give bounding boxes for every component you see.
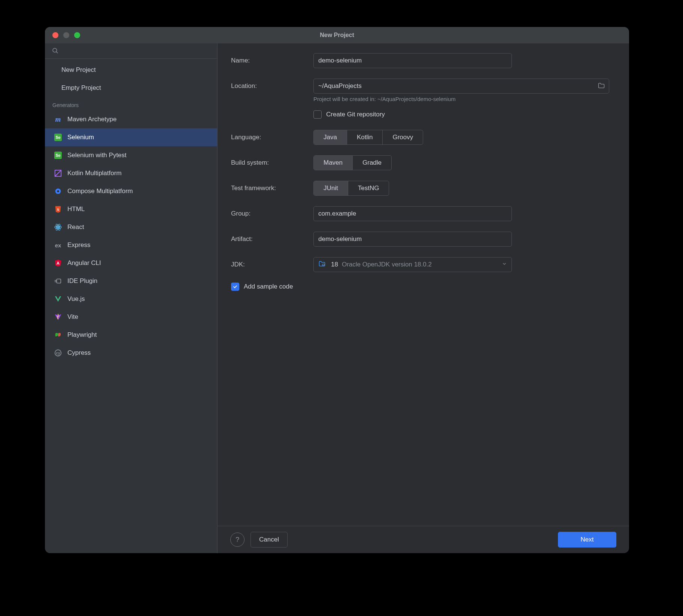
sidebar-item-angular-cli[interactable]: AAngular CLI bbox=[45, 254, 217, 272]
group-input[interactable] bbox=[313, 206, 512, 221]
group-label: Group: bbox=[231, 210, 313, 217]
content-panel: Name: Location: bbox=[218, 43, 629, 553]
sidebar-item-react[interactable]: React bbox=[45, 218, 217, 236]
kotlin-mp-icon bbox=[54, 169, 62, 177]
react-icon bbox=[54, 223, 62, 231]
browse-folder-button[interactable] bbox=[597, 82, 606, 91]
language-label: Language: bbox=[231, 134, 313, 141]
selenium-icon: Se bbox=[54, 133, 62, 141]
window-title: New Project bbox=[45, 32, 629, 39]
option-label: Maven bbox=[324, 159, 343, 167]
sidebar-item-label: Cypress bbox=[67, 349, 91, 357]
chevron-down-icon bbox=[502, 261, 507, 268]
cypress-icon: cy bbox=[54, 349, 62, 357]
build-option-maven[interactable]: Maven bbox=[314, 156, 353, 170]
help-button[interactable]: ? bbox=[230, 533, 245, 547]
build-option-gradle[interactable]: Gradle bbox=[353, 156, 391, 170]
sidebar-item-label: Empty Project bbox=[61, 84, 101, 92]
sidebar-search[interactable] bbox=[45, 43, 217, 59]
sidebar-item-selenium[interactable]: SeSelenium bbox=[45, 128, 217, 146]
folder-icon bbox=[597, 82, 605, 91]
test-option-junit[interactable]: JUnit bbox=[314, 181, 348, 195]
sidebar-item-vue-js[interactable]: Vue.js bbox=[45, 290, 217, 308]
sidebar-item-label: Playwright bbox=[67, 331, 97, 339]
language-option-java[interactable]: Java bbox=[314, 130, 347, 144]
sidebar-item-label: Compose Multiplatform bbox=[67, 187, 133, 195]
option-label: Java bbox=[324, 134, 337, 141]
location-input[interactable] bbox=[313, 79, 609, 94]
sidebar-item-label: Kotlin Multiplatform bbox=[67, 170, 122, 177]
create-git-checkbox[interactable] bbox=[313, 110, 322, 119]
sidebar-item-html[interactable]: 5HTML bbox=[45, 200, 217, 218]
svg-point-16 bbox=[322, 264, 324, 266]
sample-code-checkbox[interactable] bbox=[231, 283, 239, 291]
sidebar-item-label: React bbox=[67, 223, 84, 231]
svg-point-6 bbox=[57, 226, 59, 228]
language-option-groovy[interactable]: Groovy bbox=[383, 130, 423, 144]
jdk-description: Oracle OpenJDK version 18.0.2 bbox=[342, 261, 432, 268]
sidebar-item-label: HTML bbox=[67, 205, 85, 213]
sidebar-item-cypress[interactable]: cyCypress bbox=[45, 344, 217, 362]
language-option-kotlin[interactable]: Kotlin bbox=[347, 130, 383, 144]
selenium-icon: Se bbox=[54, 151, 62, 159]
sidebar-item-selenium-with-pytest[interactable]: SeSelenium with Pytest bbox=[45, 146, 217, 164]
sidebar-item-new-project[interactable]: New Project bbox=[45, 61, 217, 79]
plugin-icon bbox=[54, 277, 62, 285]
jdk-label: JDK: bbox=[231, 261, 313, 268]
svg-text:A: A bbox=[57, 261, 60, 265]
sidebar-item-label: Selenium bbox=[67, 134, 94, 141]
option-label: Kotlin bbox=[357, 134, 373, 141]
search-icon bbox=[52, 47, 58, 55]
test-option-testng[interactable]: TestNG bbox=[348, 181, 389, 195]
svg-point-4 bbox=[57, 190, 59, 192]
vue-icon bbox=[54, 295, 62, 303]
sidebar: New ProjectEmpty ProjectGeneratorsmMaven… bbox=[45, 43, 218, 553]
html-icon: 5 bbox=[54, 205, 62, 213]
create-git-checkbox-row[interactable]: Create Git repository bbox=[313, 110, 616, 119]
jdk-dropdown[interactable]: 18 Oracle OpenJDK version 18.0.2 bbox=[313, 257, 512, 272]
jdk-version-number: 18 bbox=[331, 261, 338, 268]
option-label: Gradle bbox=[362, 159, 382, 167]
test-label: Test framework: bbox=[231, 185, 313, 192]
sidebar-item-maven-archetype[interactable]: mMaven Archetype bbox=[45, 110, 217, 128]
express-icon: ex bbox=[54, 241, 62, 249]
name-label: Name: bbox=[231, 57, 313, 64]
sdk-folder-icon bbox=[318, 260, 326, 269]
svg-line-1 bbox=[56, 52, 57, 53]
sidebar-item-playwright[interactable]: Playwright bbox=[45, 326, 217, 344]
sidebar-item-ide-plugin[interactable]: IDE Plugin bbox=[45, 272, 217, 290]
location-label: Location: bbox=[231, 82, 313, 90]
name-input[interactable] bbox=[313, 53, 512, 68]
compose-icon bbox=[54, 187, 62, 195]
playwright-icon bbox=[54, 331, 62, 339]
location-hint: Project will be created in: ~/AquaProjec… bbox=[313, 96, 616, 102]
sidebar-item-label: New Project bbox=[61, 66, 96, 74]
generators-header: Generators bbox=[45, 97, 217, 110]
svg-rect-11 bbox=[57, 279, 61, 283]
sidebar-item-label: Vue.js bbox=[67, 295, 85, 303]
sidebar-item-label: Express bbox=[67, 241, 90, 249]
sidebar-item-label: IDE Plugin bbox=[67, 277, 97, 285]
footer: ? Cancel Next bbox=[218, 526, 629, 553]
sidebar-item-label: Angular CLI bbox=[67, 259, 101, 267]
option-label: TestNG bbox=[358, 185, 379, 192]
sample-code-checkbox-row[interactable]: Add sample code bbox=[231, 283, 616, 291]
vite-icon bbox=[54, 313, 62, 321]
new-project-dialog: New Project New ProjectEmpty ProjectGene… bbox=[45, 27, 629, 553]
artifact-label: Artifact: bbox=[231, 235, 313, 243]
sidebar-item-empty-project[interactable]: Empty Project bbox=[45, 79, 217, 97]
titlebar: New Project bbox=[45, 27, 629, 43]
sidebar-item-label: Selenium with Pytest bbox=[67, 152, 127, 159]
artifact-input[interactable] bbox=[313, 232, 512, 247]
sidebar-item-vite[interactable]: Vite bbox=[45, 308, 217, 326]
sidebar-item-compose-multiplatform[interactable]: Compose Multiplatform bbox=[45, 182, 217, 200]
option-label: Groovy bbox=[392, 134, 413, 141]
build-segmented: MavenGradle bbox=[313, 155, 392, 170]
build-label: Build system: bbox=[231, 159, 313, 167]
sidebar-item-label: Vite bbox=[67, 313, 78, 321]
sidebar-item-express[interactable]: exExpress bbox=[45, 236, 217, 254]
cancel-button[interactable]: Cancel bbox=[251, 532, 288, 548]
next-button[interactable]: Next bbox=[558, 532, 616, 548]
option-label: JUnit bbox=[324, 185, 338, 192]
sidebar-item-kotlin-multiplatform[interactable]: Kotlin Multiplatform bbox=[45, 164, 217, 182]
